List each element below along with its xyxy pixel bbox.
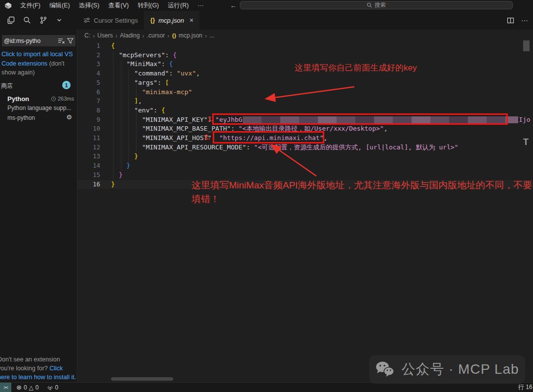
code-line[interactable]: 14 } — [77, 161, 533, 171]
watermark-text: 公众号 · MCP Lab — [401, 360, 519, 379]
nav-back-icon[interactable]: ← — [230, 1, 237, 9]
extensions-sidebar: @id:ms-pytho Click to import all local V… — [0, 30, 77, 382]
clock-icon — [51, 96, 56, 102]
extensions-filter-input[interactable]: @id:ms-pytho — [2, 35, 76, 46]
censored-api-key — [243, 116, 518, 123]
ports-count: 0 — [55, 384, 59, 391]
code-line[interactable]: 16} — [77, 180, 533, 189]
code-text: } — [111, 180, 115, 189]
code-text: "MINIMAX_MCP_BASE_PATH": "<本地输出目录路径，如/Us… — [111, 124, 388, 134]
ports-indicator[interactable]: 0 — [47, 384, 59, 391]
line-number: 1 — [77, 41, 100, 51]
code-line[interactable]: 3 "MiniMax": { — [77, 60, 533, 69]
menu-item[interactable]: 选择(S) — [75, 0, 104, 11]
menu-item[interactable]: 查看(V) — [104, 0, 133, 11]
code-text: } — [111, 152, 138, 161]
pages-icon[interactable] — [7, 16, 15, 24]
filter-funnel-icon[interactable] — [67, 37, 74, 44]
code-line[interactable]: 7 ], — [77, 97, 533, 106]
line-number: 2 — [77, 51, 100, 60]
line-number: 5 — [77, 78, 100, 88]
close-tab-icon[interactable]: × — [190, 16, 193, 24]
line-number: 4 — [77, 69, 100, 78]
code-line[interactable]: 11 "MINIMAX_API_HOST": "https://api.mini… — [77, 134, 533, 143]
code-text: "MINIMAX_API_RESOURCE_MODE": "<可选配置，资源生成… — [111, 143, 458, 152]
tab-cursor-settings[interactable]: Cursor Settings — [77, 11, 145, 30]
gear-icon[interactable]: ⚙ — [66, 113, 72, 121]
errors-count: 0 — [24, 384, 27, 391]
code-text: "minimax-mcp" — [111, 88, 192, 97]
cursor-line-indicator[interactable]: 行 16 — [518, 383, 533, 392]
source-control-icon[interactable] — [39, 16, 47, 24]
code-text: "MiniMax": { — [111, 60, 173, 69]
code-line[interactable]: 4 "command": "uvx", — [77, 69, 533, 78]
code-line[interactable]: 10 "MINIMAX_MCP_BASE_PATH": "<本地输出目录路径，如… — [77, 124, 533, 134]
line-number: 15 — [77, 171, 100, 180]
menu-item[interactable]: 转到(G) — [133, 0, 163, 11]
line-number: 8 — [77, 106, 100, 115]
line-number: 6 — [77, 88, 100, 97]
code-text: "command": "uvx", — [111, 69, 200, 78]
menu-bar: 文件(F)编辑(E)选择(S)查看(V)转到(G)运行(R)··· — [16, 0, 208, 11]
editor-area[interactable]: C:›Users›Alading›.cursor›{}mcp.json›... … — [77, 30, 533, 382]
filter-value: @id:ms-pytho — [4, 37, 58, 44]
code-text: } — [111, 171, 122, 180]
scroll-overlay-t-glyph: T — [523, 137, 529, 147]
search-icon — [367, 2, 372, 8]
search-placeholder: 搜索 — [375, 1, 386, 9]
line-number: 3 — [77, 60, 100, 69]
code-text: { — [111, 41, 115, 51]
search-panel-icon[interactable] — [23, 16, 31, 24]
code-text: ], — [111, 97, 142, 106]
line-number: 16 — [77, 180, 100, 189]
code-area[interactable]: 1{2 "mcpServers": {3 "MiniMax": {4 "comm… — [77, 30, 533, 382]
code-text: } — [111, 161, 130, 171]
line-number: 14 — [77, 161, 100, 171]
code-text: "env": { — [111, 106, 165, 115]
status-bar: >< ⊗ 0 △ 0 0 行 16 — [0, 382, 533, 392]
warnings-count: 0 — [36, 384, 39, 391]
cursor-logo-icon — [4, 2, 12, 9]
marketplace-count-badge: 1 — [62, 81, 71, 89]
section-label: 商店 — [1, 82, 13, 90]
split-editor-icon[interactable] — [507, 17, 514, 24]
more-actions-icon[interactable]: ··· — [521, 16, 528, 24]
clear-filter-icon[interactable] — [58, 37, 65, 44]
code-text: "args": [ — [111, 78, 169, 88]
code-line[interactable]: 9 "MINIMAX_API_KEY": "eyJhbGIjo — [77, 115, 533, 125]
code-line[interactable]: 1{ — [77, 41, 533, 51]
import-extensions-note: Click to import all local VS Code extens… — [1, 50, 76, 77]
errors-icon: ⊗ — [16, 384, 22, 391]
chevron-down-icon[interactable] — [56, 17, 63, 24]
code-line[interactable]: 13 } — [77, 152, 533, 161]
line-number: 13 — [77, 152, 100, 161]
code-text: "mcpServers": { — [111, 51, 177, 60]
menu-item[interactable]: 文件(F) — [16, 0, 45, 11]
problems-indicator[interactable]: ⊗ 0 △ 0 — [16, 384, 39, 391]
code-line[interactable]: 5 "args": [ — [77, 78, 533, 88]
code-line[interactable]: 8 "env": { — [77, 106, 533, 115]
menu-item[interactable]: 编辑(E) — [45, 0, 75, 11]
code-line[interactable]: 2 "mcpServers": { — [77, 51, 533, 60]
json-file-icon: {} — [151, 17, 155, 24]
remote-indicator[interactable]: >< — [0, 383, 11, 392]
tab-mcp-json[interactable]: {} mcp.json × — [145, 11, 200, 30]
line-number: 7 — [77, 97, 100, 106]
code-line[interactable]: 15 } — [77, 171, 533, 180]
extension-description: Python language supp... — [7, 105, 71, 111]
line-number: 11 — [77, 134, 100, 143]
wechat-icon — [375, 361, 395, 378]
menu-item[interactable]: 运行(R) — [163, 0, 193, 11]
global-search-input[interactable]: 搜索 — [240, 1, 513, 9]
menu-item[interactable]: ··· — [193, 0, 208, 11]
warnings-icon: △ — [29, 384, 34, 391]
code-text: "MINIMAX_API_KEY": "eyJhbGIjo — [111, 115, 531, 125]
code-line[interactable]: 12 "MINIMAX_API_RESOURCE_MODE": "<可选配置，资… — [77, 143, 533, 152]
broadcast-icon — [47, 385, 53, 391]
settings-sliders-icon — [83, 17, 90, 24]
marketplace-section-header[interactable]: 商店 1 — [1, 82, 76, 90]
extension-publisher: ms-python — [7, 114, 35, 121]
horizontal-scrollbar[interactable] — [111, 377, 173, 381]
code-line[interactable]: 6 "minimax-mcp" — [77, 88, 533, 97]
vertical-scrollbar[interactable] — [523, 40, 530, 51]
